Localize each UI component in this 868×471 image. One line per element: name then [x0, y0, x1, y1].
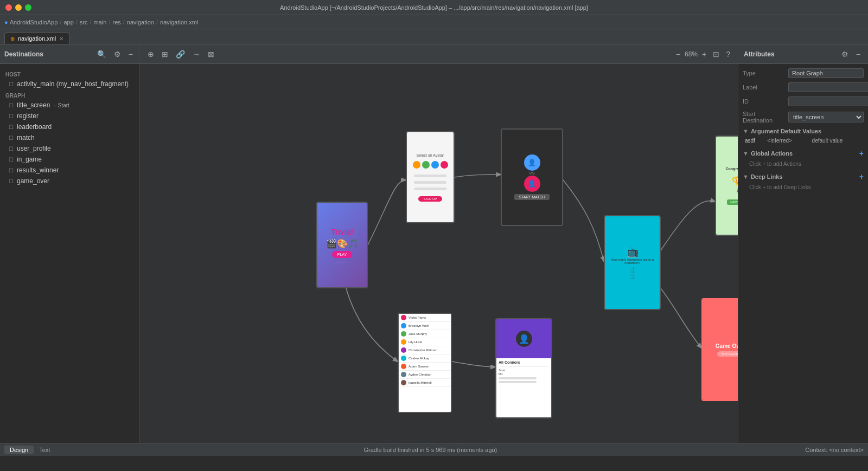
- host-icon: ☐: [9, 81, 14, 87]
- dest-icon: ☐: [9, 146, 14, 152]
- sidebar-item-label: game_over: [17, 177, 49, 185]
- global-actions-hint: Click + to add Actions: [743, 160, 864, 168]
- screen-title-content: Trivia! 🎬🎨🎵 PLAY ___________: [317, 203, 367, 287]
- bc-nav: navigation: [127, 19, 154, 25]
- bc-navxml: navigation.xml: [160, 19, 198, 25]
- tab-close-button[interactable]: ✕: [59, 36, 63, 42]
- tab-label: navigation.xml: [18, 35, 56, 42]
- breadcrumb-androidstudioapp[interactable]: ● AndroidStudioApp: [4, 19, 58, 25]
- attr-section-argument: ▼ Argument Default Values: [743, 128, 864, 134]
- breadcrumb-navigation[interactable]: navigation: [127, 19, 154, 25]
- node-in-game[interactable]: in_game 📺 How many kilometers are in a m…: [604, 215, 661, 310]
- section-global-actions-label: Global Actions: [751, 150, 793, 157]
- sidebar-title: Destinations: [4, 50, 43, 58]
- dest-icon: ☐: [9, 124, 14, 130]
- sidebar-item-in-game[interactable]: ☐ in_game: [0, 154, 139, 165]
- context-label: Context: <no context>: [805, 447, 864, 453]
- arg-col2: <inferred>: [765, 137, 809, 145]
- breadcrumb-res[interactable]: res: [112, 19, 120, 25]
- maximize-button[interactable]: [25, 4, 31, 11]
- breadcrumb-label: AndroidStudioApp: [10, 19, 58, 25]
- navigation-graph[interactable]: ⌂ title_screen Trivia! 🎬🎨🎵 PLAY ________…: [140, 44, 738, 443]
- bc-res: res: [112, 19, 120, 25]
- sidebar-item-results-winner[interactable]: ☐ results_winner: [0, 165, 139, 176]
- sidebar-item-label: match: [17, 134, 35, 141]
- breadcrumb-src[interactable]: src: [80, 19, 88, 25]
- sidebar-item-register[interactable]: ☐ register: [0, 111, 139, 121]
- tab-design-label: Design: [10, 447, 28, 453]
- traffic-lights: [5, 4, 31, 11]
- tab-navigation-xml[interactable]: ⊕ navigation.xml ✕: [4, 33, 69, 44]
- attr-section-deep-links: ▼ Deep Links +: [743, 172, 864, 181]
- screen-results-content: Congratulations! 🏆 NEXT MATCH: [716, 137, 738, 235]
- node-register[interactable]: register Select an Avatar SIGN UP: [406, 131, 455, 223]
- screen-match-content: 👤 VS 👤 START MATCH: [502, 130, 562, 225]
- arg-col3: default value: [810, 137, 864, 145]
- sidebar-item-user-profile[interactable]: ☐ user_profile: [0, 143, 139, 154]
- sidebar-collapse-button[interactable]: −: [126, 49, 135, 60]
- global-actions-hint-text: Click + to add Actions: [749, 161, 801, 167]
- breadcrumb-navigationxml[interactable]: navigation.xml: [160, 19, 198, 25]
- canvas-area[interactable]: ⊕ ⊞ 🔗 → ⊠ − 68% + ⊡ ?: [140, 44, 738, 443]
- node-leaderboard[interactable]: leaderboard Violet Parks Brooklyn Wolf J…: [398, 313, 452, 413]
- screen-user-profile-content: 👤 Ali Connors Taste Mix: [496, 319, 551, 417]
- deep-links-hint: Click + to add Deep Links: [743, 183, 864, 191]
- dest-icon: ☐: [9, 135, 14, 141]
- start-badge: – Start: [53, 102, 69, 108]
- tab-bar: ⊕ navigation.xml ✕: [0, 29, 868, 44]
- sidebar-section-host: HOST: [0, 68, 139, 79]
- attributes-toolbar: Attributes ⚙ −: [738, 44, 868, 64]
- sidebar-item-title-screen[interactable]: ☐ title_screen – Start: [0, 100, 139, 111]
- node-results-winner[interactable]: results_winner Congratulations! 🏆 NEXT M…: [715, 136, 738, 236]
- sidebar-toolbar: Destinations 🔍 ⚙ −: [0, 44, 139, 64]
- close-button[interactable]: [5, 4, 12, 11]
- attr-id-input[interactable]: [788, 96, 868, 106]
- sidebar-item-match[interactable]: ☐ match: [0, 132, 139, 143]
- minimize-button[interactable]: [15, 4, 22, 11]
- section-expand-icon-ga[interactable]: ▼: [743, 150, 749, 157]
- attr-argument-row: asdf <inferred> default value: [743, 137, 864, 145]
- node-match[interactable]: match 👤 VS 👤 START MATCH: [501, 128, 563, 226]
- sidebar-item-game-over[interactable]: ☐ game_over: [0, 176, 139, 186]
- attr-startdest-select[interactable]: title_screen register leaderboard match …: [788, 112, 864, 122]
- attr-label-row: Label: [743, 82, 864, 92]
- attr-label-input[interactable]: [788, 82, 868, 92]
- dest-icon: ☐: [9, 113, 14, 119]
- breadcrumb-app[interactable]: app: [63, 19, 73, 25]
- tab-icon: ⊕: [10, 36, 15, 42]
- breadcrumb-main[interactable]: main: [94, 19, 107, 25]
- bottom-bar: Design Text Gradle build finished in 5 s…: [0, 443, 868, 456]
- bc-main: main: [94, 19, 107, 25]
- sidebar-item-label: results_winner: [17, 166, 59, 174]
- attr-section-global-actions: ▼ Global Actions +: [743, 149, 864, 158]
- attr-type-label: Type: [743, 70, 786, 76]
- section-deep-links-label: Deep Links: [751, 173, 783, 180]
- sidebar-item-label: leaderboard: [17, 123, 52, 131]
- attr-collapse-button[interactable]: −: [854, 49, 863, 60]
- gradle-status: Gradle build finished in 5 s 969 ms (mom…: [364, 447, 497, 453]
- node-game-over[interactable]: game_over Game Over TRY AGAIN: [701, 298, 738, 401]
- sidebar-item-host[interactable]: ☐ activity_main (my_nav_host_fragment): [0, 79, 139, 89]
- node-user-profile[interactable]: user_profile 👤 Ali Connors Taste Mix: [495, 318, 552, 418]
- deep-links-hint-text: Click + to add Deep Links: [749, 184, 811, 190]
- attr-type-row: Type Root Graph: [743, 68, 864, 78]
- add-deep-link-button[interactable]: +: [859, 172, 864, 181]
- attr-toolbar-actions: ⚙ −: [839, 49, 863, 60]
- sidebar-actions: 🔍 ⚙ −: [95, 49, 135, 60]
- sidebar-search-button[interactable]: 🔍: [95, 49, 108, 60]
- title-bar: AndroidStudioApp [~/AndroidStudioProject…: [0, 0, 868, 15]
- node-title-screen[interactable]: ⌂ title_screen Trivia! 🎬🎨🎵 PLAY ________…: [316, 202, 368, 288]
- attr-type-value: Root Graph: [788, 68, 864, 78]
- attr-settings-button[interactable]: ⚙: [839, 49, 851, 60]
- section-expand-icon[interactable]: ▼: [743, 128, 749, 134]
- add-global-action-button[interactable]: +: [859, 149, 864, 158]
- window-title: AndroidStudioApp [~/AndroidStudioProject…: [280, 4, 588, 11]
- sidebar-item-leaderboard[interactable]: ☐ leaderboard: [0, 121, 139, 132]
- sidebar-settings-button[interactable]: ⚙: [112, 49, 123, 60]
- sidebar-host-label: activity_main (my_nav_host_fragment): [17, 80, 129, 88]
- tab-design[interactable]: Design: [4, 446, 34, 454]
- attr-label-label: Label: [743, 84, 786, 91]
- section-expand-icon-dl[interactable]: ▼: [743, 173, 749, 180]
- dest-icon: ☐: [9, 167, 14, 173]
- tab-text[interactable]: Text: [34, 446, 55, 454]
